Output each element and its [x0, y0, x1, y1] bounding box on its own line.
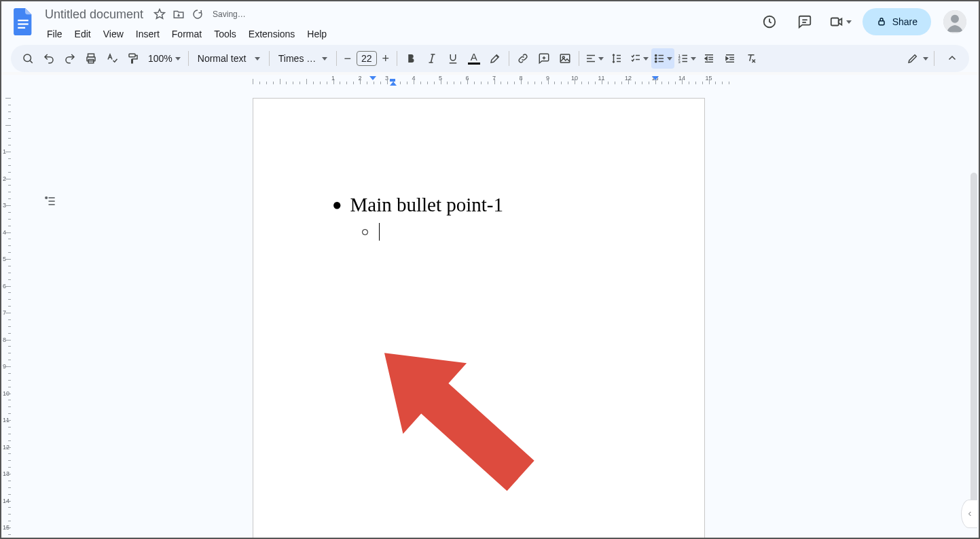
- bullet-list-item-1[interactable]: ● Main bullet point-1: [332, 194, 503, 216]
- increase-font-size-button[interactable]: +: [378, 50, 393, 67]
- svg-point-32: [655, 54, 656, 56]
- search-menus-icon[interactable]: [18, 48, 38, 69]
- bullet-dot-icon: ●: [332, 196, 342, 213]
- menu-help[interactable]: Help: [301, 26, 333, 42]
- paint-format-icon[interactable]: [123, 48, 143, 69]
- hide-menus-icon[interactable]: [942, 48, 962, 69]
- paragraph-style-label: Normal text: [198, 53, 251, 64]
- zoom-value: 100%: [148, 53, 173, 64]
- insert-image-icon[interactable]: [555, 48, 575, 69]
- insert-link-icon[interactable]: [513, 48, 533, 69]
- checklist-dropdown-icon[interactable]: [628, 48, 651, 69]
- share-button[interactable]: Share: [863, 8, 931, 35]
- account-avatar[interactable]: [943, 10, 966, 33]
- svg-line-11: [30, 60, 32, 63]
- add-comment-icon[interactable]: [534, 48, 554, 69]
- menu-insert[interactable]: Insert: [130, 26, 166, 42]
- canvas-area[interactable]: ● Main bullet point-1: [14, 87, 979, 539]
- toolbar-container: 100% Normal text Times … − + A 123: [1, 42, 979, 72]
- vertical-ruler[interactable]: 123456789101112131415: [1, 87, 14, 539]
- svg-rect-6: [831, 18, 838, 26]
- horizontal-ruler[interactable]: 123456789101112131415: [1, 75, 979, 87]
- svg-line-18: [431, 54, 433, 63]
- docs-logo-icon[interactable]: [10, 5, 37, 38]
- svg-rect-0: [18, 20, 28, 21]
- svg-rect-7: [879, 21, 884, 25]
- document-title[interactable]: Untitled document: [41, 7, 147, 22]
- print-icon[interactable]: [81, 48, 101, 69]
- last-edit-icon[interactable]: [756, 8, 783, 35]
- redo-icon[interactable]: [60, 48, 80, 69]
- share-button-label: Share: [892, 16, 918, 27]
- menu-bar: File Edit View Insert Format Tools Exten…: [41, 24, 333, 44]
- svg-rect-22: [560, 54, 570, 63]
- spellcheck-icon[interactable]: [102, 48, 122, 69]
- move-icon[interactable]: [172, 7, 185, 21]
- decrease-font-size-button[interactable]: −: [340, 50, 355, 67]
- menu-edit[interactable]: Edit: [69, 26, 97, 42]
- cloud-status-icon[interactable]: [191, 7, 204, 21]
- svg-point-54: [46, 197, 48, 199]
- svg-text:3: 3: [678, 60, 680, 64]
- vertical-scrollbar[interactable]: [970, 173, 977, 526]
- menu-view[interactable]: View: [97, 26, 130, 42]
- menu-tools[interactable]: Tools: [208, 26, 242, 42]
- line-spacing-icon[interactable]: [606, 48, 627, 69]
- editing-mode-dropdown[interactable]: [905, 48, 930, 69]
- font-size-input[interactable]: [357, 51, 377, 66]
- bold-icon[interactable]: [401, 48, 421, 69]
- bullet-text-1[interactable]: Main bullet point-1: [350, 194, 504, 216]
- side-panel-toggle[interactable]: [961, 500, 977, 528]
- italic-icon[interactable]: [422, 48, 442, 69]
- svg-point-36: [655, 60, 656, 62]
- font-family-dropdown[interactable]: Times …: [273, 48, 333, 69]
- text-color-icon[interactable]: A: [464, 48, 484, 69]
- saving-status: Saving…: [213, 10, 246, 19]
- comments-icon[interactable]: [791, 8, 818, 35]
- decrease-indent-icon[interactable]: [699, 48, 719, 69]
- toolbar: 100% Normal text Times … − + A 123: [11, 45, 969, 72]
- menu-format[interactable]: Format: [166, 26, 208, 42]
- star-icon[interactable]: [153, 7, 166, 21]
- paragraph-style-dropdown[interactable]: Normal text: [192, 48, 266, 69]
- workspace: 123456789101112131415 ● Main bullet poin…: [1, 87, 979, 539]
- bullet-sub-item-1[interactable]: [362, 223, 503, 241]
- text-cursor: [379, 223, 380, 241]
- clear-formatting-icon[interactable]: [741, 48, 761, 69]
- svg-rect-2: [18, 27, 25, 29]
- highlight-color-icon[interactable]: [485, 48, 505, 69]
- bulleted-list-dropdown-icon[interactable]: [651, 48, 674, 69]
- align-dropdown-icon[interactable]: [583, 48, 606, 69]
- bullet-circle-icon: [362, 229, 368, 235]
- undo-icon[interactable]: [39, 48, 59, 69]
- svg-point-10: [24, 54, 31, 62]
- menu-extensions[interactable]: Extensions: [242, 26, 301, 42]
- svg-rect-15: [129, 54, 135, 57]
- font-family-label: Times …: [278, 53, 318, 64]
- underline-icon[interactable]: [443, 48, 463, 69]
- meet-icon[interactable]: [827, 8, 854, 35]
- svg-point-9: [951, 15, 959, 23]
- increase-indent-icon[interactable]: [720, 48, 740, 69]
- document-outline-icon[interactable]: [39, 190, 61, 212]
- menu-file[interactable]: File: [41, 26, 69, 42]
- svg-point-34: [655, 58, 656, 59]
- zoom-dropdown[interactable]: 100%: [144, 53, 185, 64]
- document-page[interactable]: ● Main bullet point-1: [253, 98, 705, 539]
- svg-rect-1: [18, 23, 28, 24]
- app-header: Untitled document Saving… File Edit View…: [1, 1, 979, 42]
- numbered-list-dropdown-icon[interactable]: 123: [675, 48, 698, 69]
